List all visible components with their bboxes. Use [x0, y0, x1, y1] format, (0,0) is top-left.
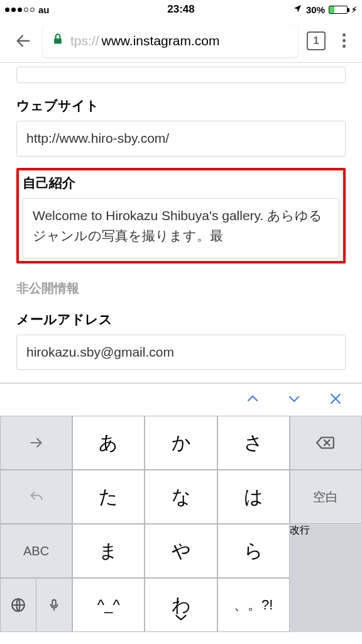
key-sa[interactable]: さ — [217, 416, 290, 470]
key-ta[interactable]: た — [72, 470, 145, 524]
key-wa[interactable]: わ — [145, 578, 217, 632]
signal-dots-icon — [5, 8, 35, 12]
email-input[interactable] — [16, 335, 346, 370]
private-info-heading: 非公開情報 — [16, 280, 346, 297]
svg-rect-0 — [54, 38, 62, 43]
key-space[interactable]: 空白 — [290, 470, 362, 524]
next-field-button[interactable] — [287, 391, 302, 409]
key-a[interactable]: あ — [72, 416, 145, 470]
battery-icon — [329, 6, 348, 14]
keyboard-accessory-bar — [0, 383, 362, 416]
tabs-button[interactable]: 1 — [307, 31, 326, 50]
key-return[interactable]: 改行 — [290, 524, 362, 537]
key-na[interactable]: な — [145, 470, 217, 524]
key-arrow-right[interactable] — [0, 416, 72, 470]
globe-icon — [10, 597, 26, 613]
svg-rect-2 — [52, 600, 56, 606]
mic-icon — [47, 597, 61, 613]
address-bar[interactable]: tps:// www.instagram.com — [43, 25, 298, 57]
battery-pct: 30% — [306, 4, 325, 15]
bio-label: 自己紹介 — [23, 174, 339, 192]
more-menu-button[interactable] — [334, 33, 353, 48]
dismiss-keyboard-button[interactable] — [328, 389, 343, 411]
key-abc[interactable]: ABC — [0, 524, 72, 578]
ios-status-bar: au 23:48 30% ⚡︎ — [0, 0, 362, 19]
key-ha[interactable]: は — [217, 470, 290, 524]
clock-label: 23:48 — [167, 3, 194, 16]
key-undo[interactable] — [0, 470, 72, 524]
email-label: メールアドレス — [16, 311, 346, 328]
url-protocol: tps:// — [70, 33, 99, 48]
browser-toolbar: tps:// www.instagram.com 1 — [0, 19, 362, 63]
bio-section-highlight: 自己紹介 — [16, 168, 346, 264]
prev-field-button[interactable] — [245, 391, 260, 409]
key-kaomoji[interactable]: ^_^ — [72, 578, 145, 632]
key-ya[interactable]: や — [145, 524, 217, 578]
edit-profile-form: ウェブサイト 自己紹介 非公開情報 メールアドレス — [0, 67, 362, 383]
ios-kana-keyboard: あ か さ た な は 空白 ABC ま や ら — [0, 416, 362, 632]
lock-icon — [52, 32, 64, 49]
key-backspace[interactable] — [290, 416, 362, 470]
key-globe-mic[interactable] — [0, 578, 72, 632]
bio-textarea[interactable] — [23, 198, 339, 258]
website-input[interactable] — [16, 121, 346, 157]
name-input-partial[interactable] — [16, 67, 346, 83]
key-ka[interactable]: か — [145, 416, 217, 470]
charging-icon: ⚡︎ — [351, 5, 357, 14]
key-punct[interactable]: 、。?! — [217, 578, 290, 632]
back-button[interactable] — [13, 30, 34, 52]
key-ra[interactable]: ら — [217, 524, 290, 578]
website-label: ウェブサイト — [16, 97, 346, 114]
location-icon — [293, 4, 302, 15]
carrier-label: au — [38, 4, 50, 15]
url-host: www.instagram.com — [102, 33, 220, 48]
key-ma[interactable]: ま — [72, 524, 145, 578]
